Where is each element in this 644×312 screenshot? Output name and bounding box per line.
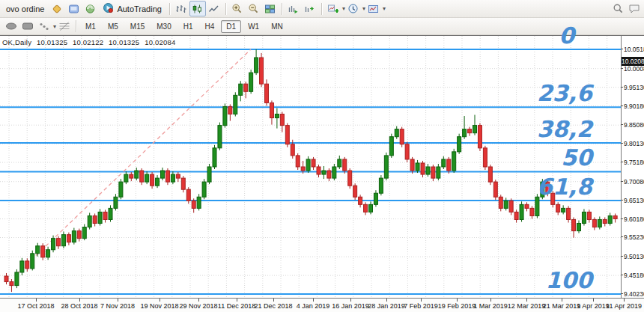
template-caret-icon[interactable]: ▾ (383, 5, 386, 12)
fibonacci-label-0: 0 (559, 25, 574, 47)
price-axis[interactable]: 10.0518010.000809.951309.901809.850809.8… (621, 36, 644, 298)
new-order-label: ovo ordine (6, 4, 44, 13)
price-axis-label: 9.75180 (624, 159, 644, 166)
candle-body (458, 137, 461, 152)
timeframe-m1[interactable]: M1 (80, 20, 101, 33)
chart-shift-icon[interactable] (302, 1, 318, 16)
template-icon[interactable] (365, 1, 382, 16)
toolbar-separator (321, 3, 322, 15)
zoom-out-icon[interactable] (246, 1, 262, 16)
chart-title: OK,Daily 10.01325 10.02122 10.01325 10.0… (2, 38, 178, 46)
candle-body (244, 84, 248, 91)
timeframe-d1[interactable]: D1 (221, 20, 241, 33)
candle-body (452, 152, 456, 171)
date-tick (160, 299, 160, 302)
tile-windows-icon[interactable] (262, 1, 279, 16)
candle-body (488, 167, 492, 182)
date-axis-label: 19 Feb 2019 (438, 302, 476, 310)
candle-body (327, 171, 331, 178)
bar-chart-icon[interactable] (173, 1, 189, 16)
candle-body (598, 219, 601, 227)
candle-body (31, 254, 34, 269)
candle-body (379, 178, 383, 193)
timeframe-m5[interactable]: M5 (103, 20, 124, 33)
ellipse-tool-icon[interactable] (3, 19, 19, 34)
timeframe-h1[interactable]: H1 (178, 20, 198, 33)
date-axis-label: 28 Jan 2019 (368, 302, 405, 310)
date-tick (386, 299, 387, 302)
candle-body (52, 239, 55, 250)
toolbar-separator (225, 3, 226, 15)
rectangle-tool-icon[interactable] (19, 19, 36, 34)
candle-body (36, 246, 40, 254)
timeframe-h4[interactable]: H4 (200, 20, 220, 33)
candle-body (608, 215, 612, 223)
candle-body (192, 201, 195, 208)
price-axis-label: 9.80130 (624, 140, 644, 147)
date-axis-label: 7 Nov 2018 (100, 302, 135, 310)
timeframe-m15[interactable]: M15 (125, 20, 150, 33)
date-axis-label: 1 Apr 2019 (577, 302, 610, 310)
date-axis-label: 11 Apr 2019 (606, 302, 642, 310)
market-watch-icon[interactable] (65, 1, 82, 16)
candle-body (343, 159, 347, 171)
timeframe-mn[interactable]: MN (266, 20, 288, 33)
candle-body (473, 126, 477, 133)
candle-body (67, 235, 70, 242)
candle-body (582, 212, 586, 223)
price-axis-label: 10.00080 (624, 65, 644, 73)
zoom-in-icon[interactable] (229, 1, 246, 16)
add-indicator-icon[interactable] (325, 1, 341, 16)
candle-body (161, 171, 165, 178)
candle-body (312, 159, 315, 167)
toolbar-separator (282, 3, 282, 15)
candlestick-chart-icon[interactable] (189, 1, 206, 16)
chart-plot[interactable]: OK,Daily 10.01325 10.02122 10.01325 10.0… (0, 36, 621, 298)
candle-body (72, 231, 76, 242)
candle-body (109, 208, 112, 219)
date-tick (118, 299, 118, 302)
candle-body (437, 167, 440, 178)
autotrading-icon (103, 2, 114, 15)
signals-icon[interactable] (82, 1, 98, 16)
periods-clock-icon[interactable] (345, 1, 362, 16)
candle-body (353, 186, 357, 197)
candle-body (359, 197, 362, 204)
candle-body (114, 197, 118, 208)
candle-body (592, 219, 596, 227)
arrows-tool-icon[interactable] (36, 19, 52, 34)
candle-body (186, 189, 190, 201)
candle-body (135, 171, 139, 178)
new-order-button[interactable]: ovo ordine (1, 2, 49, 16)
date-tick (624, 299, 625, 302)
timeframe-m30[interactable]: M30 (151, 20, 176, 33)
candle-body (442, 159, 446, 167)
candle-body (103, 212, 107, 219)
timeframe-w1[interactable]: W1 (243, 20, 264, 33)
line-chart-icon[interactable] (206, 1, 222, 16)
date-tick (237, 299, 237, 302)
chart-open: 10.01325 (37, 38, 67, 46)
search-icon[interactable] (610, 1, 626, 16)
auto-scroll-icon[interactable] (285, 1, 302, 16)
date-axis[interactable]: 17 Oct 201828 Oct 20187 Nov 201819 Nov 2… (0, 298, 644, 312)
date-axis-label: 19 Nov 2018 (140, 302, 178, 310)
candle-body (291, 144, 294, 156)
date-tick (36, 299, 37, 302)
fibonacci-tool-icon[interactable] (56, 19, 73, 34)
gold-coin-icon[interactable] (49, 1, 65, 16)
candle-body (171, 174, 174, 182)
candle-body (156, 178, 160, 186)
date-tick (526, 299, 527, 302)
candle-body (493, 182, 497, 197)
autotrading-button[interactable]: AutoTrading (98, 0, 166, 17)
chart-plot-svg[interactable] (0, 36, 621, 298)
candle-body (10, 282, 13, 286)
candle-body (181, 178, 185, 189)
date-axis-label: 29 Nov 2018 (179, 302, 217, 310)
candle-body (504, 201, 508, 208)
chat-icon[interactable] (626, 1, 643, 16)
date-tick (273, 299, 274, 302)
candle-body (218, 126, 222, 148)
candle-body (4, 276, 8, 282)
